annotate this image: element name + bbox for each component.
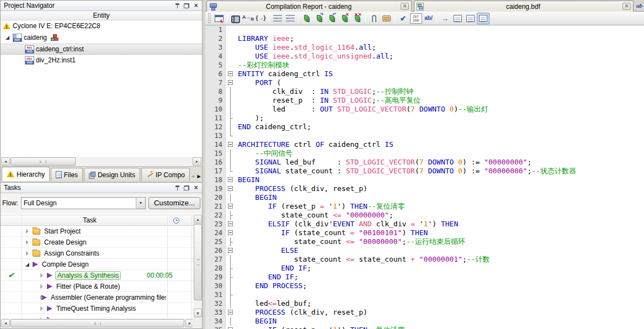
fold-toggle-icon[interactable]	[228, 142, 233, 147]
code-text[interactable]: USE ieee.std_logic_unsigned.all;	[236, 52, 644, 61]
code-text[interactable]: IF (reset_p = '1') THEN--复位清零	[236, 202, 644, 211]
check-syntax-button[interactable]: ✔	[397, 13, 409, 24]
task-row[interactable]: Start Project	[1, 226, 194, 237]
code-text[interactable]: SIGNAL led_buf : STD_LOGIC_VECTOR(7 DOWN…	[236, 158, 644, 167]
save-button[interactable]	[212, 13, 225, 24]
code-text[interactable]: state_count <= "00000000";--运行结束后循环	[236, 237, 644, 246]
next-bookmark-button[interactable]: ↷	[313, 13, 326, 24]
fold-toggle-icon[interactable]	[228, 71, 233, 76]
comment-toggle-button[interactable]: ab/	[422, 13, 435, 24]
expander-icon[interactable]	[25, 262, 30, 267]
fold-toggle-icon[interactable]	[228, 221, 233, 226]
code-text[interactable]: BEGIN	[236, 193, 644, 202]
scroll-right-button[interactable]: ►	[193, 157, 201, 166]
fold-toggle-icon[interactable]	[228, 80, 233, 85]
pin-button[interactable]	[173, 2, 181, 9]
code-text[interactable]: ARCHITECTURE ctrl OF caideng_ctrl IS	[236, 140, 644, 149]
expander-icon[interactable]	[5, 35, 10, 40]
code-text[interactable]: );	[236, 114, 644, 123]
expander-icon[interactable]	[25, 229, 30, 234]
code-text[interactable]: led : OUT STD_LOGIC_VECTOR(7 DOWNTO 0)--…	[236, 105, 644, 114]
scroll-left-button[interactable]: ◄	[1, 157, 10, 166]
code-text[interactable]: PORT (	[236, 78, 644, 87]
code-text[interactable]: BEGIN	[236, 176, 644, 184]
code-editor[interactable]: 12LIBRARY ieee;3 USE ieee.std_logic_1164…	[205, 25, 644, 329]
chevron-down-icon[interactable]: ▼	[136, 198, 145, 209]
view-outline-button[interactable]	[464, 13, 477, 24]
code-text[interactable]: --中间信号	[236, 149, 644, 158]
tasks-horizontal-scrollbar[interactable]: ◄ ►	[1, 319, 194, 328]
tab-caideng-bdf[interactable]: caideng.bdf ✕	[414, 1, 634, 12]
code-text[interactable]: ELSE	[236, 246, 644, 255]
tasks-vertical-scrollbar[interactable]: ▲ ▼	[194, 215, 202, 319]
fold-toggle-icon[interactable]	[228, 248, 233, 253]
expander-icon[interactable]	[25, 251, 30, 256]
close-button[interactable]: ×	[192, 2, 200, 9]
partial-vhd-tab-icon[interactable]: ab	[636, 2, 644, 10]
code-text[interactable]	[236, 290, 644, 299]
line-count-button[interactable]: 267268	[409, 13, 422, 24]
match-braces-button[interactable]: {→}	[254, 13, 267, 24]
navigator-horizontal-scrollbar[interactable]: ◄ ►	[1, 157, 201, 166]
expander-icon[interactable]	[39, 306, 45, 311]
code-text[interactable]: END caideng_ctrl;	[236, 123, 644, 131]
tree-item[interactable]: BDFcaideng	[1, 31, 202, 44]
code-text[interactable]: IF (reset_p = '1') THEN--复位清零	[236, 326, 644, 329]
code-text[interactable]: PROCESS (clk_div, reset_p)	[236, 184, 644, 193]
scroll-left-button[interactable]: ◄	[1, 319, 10, 327]
task-row[interactable]: Assign Constraints	[1, 248, 194, 259]
tab-scroll-right-button[interactable]: ▶	[196, 171, 202, 181]
task-row[interactable]: Compile Design	[1, 259, 194, 270]
scroll-down-button[interactable]: ▼	[194, 309, 202, 317]
code-text[interactable]: END PROCESS;	[236, 282, 644, 290]
code-text[interactable]: --彩灯控制模块	[236, 61, 644, 70]
delete-bookmark-button[interactable]: ✕	[338, 13, 351, 24]
find-button[interactable]	[229, 13, 242, 24]
indent-button[interactable]	[271, 13, 284, 24]
fold-toggle-icon[interactable]	[228, 186, 233, 191]
macro-button[interactable]	[380, 13, 393, 24]
float-button[interactable]	[183, 184, 190, 192]
code-text[interactable]: END IF;	[236, 264, 644, 273]
code-text[interactable]: clk_div : IN STD_LOGIC;--控制时钟	[236, 87, 644, 96]
code-text[interactable]	[236, 25, 644, 34]
scroll-up-button[interactable]: ▲	[194, 215, 202, 224]
expander-icon[interactable]	[25, 240, 30, 245]
fold-toggle-icon[interactable]	[228, 230, 233, 235]
delete-all-bookmarks-button[interactable]: ✕✕	[351, 13, 364, 24]
customize-button[interactable]: Customize...	[148, 197, 200, 209]
close-tab-button[interactable]: ✕	[401, 3, 409, 10]
flow-select[interactable]: Full Design ▼	[21, 197, 146, 209]
code-text[interactable]: led<=led_buf;	[236, 299, 644, 308]
tab-design-units[interactable]: Design Units	[84, 168, 140, 181]
tab-compilation-report[interactable]: Compilation Report - caideng ✕	[206, 1, 412, 12]
code-text[interactable]: USE ieee.std_logic_1164.all;	[236, 43, 644, 52]
toggle-bookmark-button[interactable]	[300, 13, 313, 24]
goto-button[interactable]: →	[439, 13, 451, 24]
task-row[interactable]: TimeQuest Timing Analysis	[1, 303, 194, 314]
code-text[interactable]: IF (state_count = "00100101") THEN	[236, 229, 644, 237]
float-button[interactable]	[183, 2, 190, 9]
attach-button[interactable]	[368, 13, 380, 24]
expander-icon[interactable]	[39, 273, 45, 278]
task-row[interactable]: Fitter (Place & Route)	[1, 281, 194, 292]
tab-hierarchy[interactable]: Hierarchy	[2, 167, 50, 181]
task-row[interactable]: ✔Analysis & Synthesis00:00:05	[1, 270, 194, 281]
tree-item[interactable]: abcVHDdiv_2Hz:inst1	[1, 55, 202, 66]
task-row[interactable]: Assembler (Generate programming files)	[1, 292, 194, 303]
code-text[interactable]: ENTITY caideng_ctrl IS	[236, 70, 644, 78]
toolbar-drag-handle[interactable]	[208, 13, 211, 23]
scroll-thumb[interactable]	[10, 157, 76, 166]
previous-bookmark-button[interactable]: ↶	[326, 13, 338, 24]
fold-toggle-icon[interactable]	[228, 177, 233, 182]
tab-scroll-left-button[interactable]: ◄	[190, 171, 196, 181]
code-text[interactable]: ELSIF (clk_div'EVENT AND clk_div = '1') …	[236, 220, 644, 229]
close-tab-button[interactable]: ✕	[622, 3, 631, 10]
code-text[interactable]: END IF;	[236, 273, 644, 282]
tab-files[interactable]: Files	[51, 168, 83, 181]
task-row[interactable]: Create Design	[1, 237, 194, 248]
tree-item[interactable]: Cyclone IV E: EP4CE6E22C8	[1, 20, 202, 31]
view-full-button[interactable]	[477, 13, 489, 24]
scroll-thumb[interactable]	[10, 319, 184, 327]
pin-button[interactable]	[173, 184, 181, 192]
